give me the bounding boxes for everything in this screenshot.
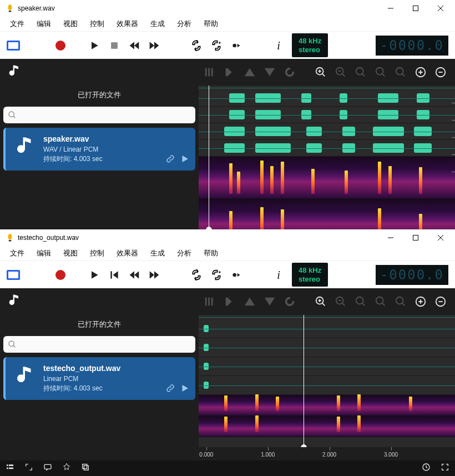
triangle-down-icon[interactable]	[262, 294, 277, 309]
menu-edit[interactable]: 编辑	[31, 17, 57, 31]
window-title: speaker.wav	[18, 4, 378, 12]
svg-point-10	[356, 68, 363, 75]
playhead[interactable]	[304, 315, 304, 447]
svg-rect-1	[413, 6, 418, 11]
menu-control[interactable]: 控制	[84, 246, 110, 260]
file-card[interactable]: speaker.wav WAV / Linear PCM 持续时间: 4.003…	[3, 128, 195, 171]
zoom-fit-icon[interactable]	[373, 64, 388, 80]
rewind-button[interactable]	[128, 268, 141, 282]
pin-icon[interactable]	[62, 463, 71, 474]
marker-left-icon[interactable]	[222, 294, 237, 309]
menu-view[interactable]: 视图	[58, 246, 83, 260]
zoom-sel-icon[interactable]	[353, 294, 368, 309]
menu-effects[interactable]: 效果器	[111, 246, 144, 260]
stop-button[interactable]	[108, 39, 121, 52]
rewind-button[interactable]	[128, 39, 141, 52]
maximize-button[interactable]	[403, 0, 428, 17]
menu-view[interactable]: 视图	[58, 17, 83, 31]
reload-icon[interactable]	[282, 64, 297, 80]
loop-section-button[interactable]	[210, 39, 223, 52]
svg-point-4	[232, 43, 236, 47]
clock-icon[interactable]	[422, 463, 431, 474]
expand-icon[interactable]	[24, 463, 33, 474]
svg-rect-7	[211, 68, 213, 77]
content: 已打开的文件 testecho_output.wav Linear PCM 持续…	[0, 315, 455, 460]
loop-button[interactable]	[190, 39, 203, 52]
menu-file[interactable]: 文件	[4, 17, 30, 31]
minimize-button[interactable]	[378, 229, 403, 246]
info-button[interactable]: i	[272, 268, 285, 282]
chat-icon[interactable]	[43, 463, 52, 474]
info-button[interactable]: i	[272, 39, 285, 52]
menu-edit[interactable]: 编辑	[31, 246, 57, 260]
link-icon[interactable]	[165, 383, 175, 395]
time-ruler[interactable]: 0.000 1.000 2.000 3.000	[199, 447, 455, 460]
music-note-icon	[13, 364, 37, 394]
loop-button[interactable]	[190, 268, 203, 282]
loop-section-button[interactable]	[210, 268, 223, 282]
menu-effects[interactable]: 效果器	[111, 17, 144, 31]
play-to-end-button[interactable]	[230, 39, 243, 52]
zoom-in-v-icon[interactable]	[413, 64, 428, 80]
menu-help[interactable]: 帮助	[198, 17, 224, 31]
menu-generate[interactable]: 生成	[145, 17, 170, 31]
playhead[interactable]	[209, 86, 209, 229]
zoom-in-v-icon[interactable]	[413, 294, 428, 309]
minimize-button[interactable]	[378, 0, 403, 17]
triangle-up-icon[interactable]	[242, 294, 257, 309]
play-button[interactable]	[88, 268, 101, 282]
play-to-end-button[interactable]	[230, 268, 243, 282]
svg-point-16	[8, 240, 11, 242]
record-button[interactable]	[55, 41, 65, 51]
search-input[interactable]	[3, 336, 195, 353]
list-view-icon[interactable]	[6, 463, 14, 474]
channels: stereo	[299, 275, 321, 284]
zoom-in-icon[interactable]	[313, 294, 328, 309]
play-button[interactable]	[88, 39, 101, 52]
sample-rate: 48 kHz	[299, 266, 321, 275]
zoom-all-icon[interactable]	[393, 64, 408, 80]
forward-button[interactable]	[148, 39, 161, 52]
bars-icon[interactable]	[202, 64, 218, 80]
skip-start-button[interactable]	[108, 268, 121, 282]
layers-icon[interactable]	[81, 463, 90, 474]
selection-tool-button[interactable]	[7, 270, 20, 280]
zoom-fit-icon[interactable]	[373, 294, 388, 309]
play-icon[interactable]	[180, 383, 190, 395]
svg-rect-18	[110, 271, 112, 278]
menu-analysis[interactable]: 分析	[171, 246, 197, 260]
waveform-view[interactable]	[199, 86, 455, 229]
zoom-out-icon[interactable]	[333, 64, 348, 80]
waveform-view[interactable]	[199, 315, 455, 447]
play-icon[interactable]	[180, 154, 190, 166]
menu-analysis[interactable]: 分析	[171, 17, 197, 31]
fullscreen-icon[interactable]	[441, 463, 449, 474]
file-card[interactable]: testecho_output.wav Linear PCM 持续时间: 4.0…	[3, 357, 195, 400]
zoom-all-icon[interactable]	[393, 294, 408, 309]
triangle-up-icon[interactable]	[242, 64, 257, 80]
zoom-out-v-icon[interactable]	[433, 294, 448, 309]
menu-help[interactable]: 帮助	[198, 246, 224, 260]
zoom-sel-icon[interactable]	[353, 64, 368, 80]
close-button[interactable]	[428, 0, 453, 17]
forward-button[interactable]	[148, 268, 161, 282]
record-button[interactable]	[55, 270, 65, 280]
zoom-out-icon[interactable]	[333, 294, 348, 309]
marker-left-icon[interactable]	[222, 64, 237, 80]
close-button[interactable]	[428, 229, 453, 246]
maximize-button[interactable]	[403, 229, 428, 246]
menu-file[interactable]: 文件	[4, 246, 30, 260]
link-icon[interactable]	[165, 154, 175, 166]
selection-tool-button[interactable]	[7, 41, 20, 51]
zoom-in-icon[interactable]	[313, 64, 328, 80]
search-input[interactable]	[3, 107, 195, 123]
reload-icon[interactable]	[282, 294, 297, 309]
menu-generate[interactable]: 生成	[145, 246, 170, 260]
svg-point-28	[396, 297, 403, 304]
spectrogram-left	[199, 157, 455, 199]
triangle-down-icon[interactable]	[262, 64, 277, 80]
format-badge: 48 kHz stereo	[292, 263, 328, 287]
zoom-out-v-icon[interactable]	[433, 64, 448, 80]
bars-icon[interactable]	[202, 294, 218, 309]
menu-control[interactable]: 控制	[84, 17, 110, 31]
